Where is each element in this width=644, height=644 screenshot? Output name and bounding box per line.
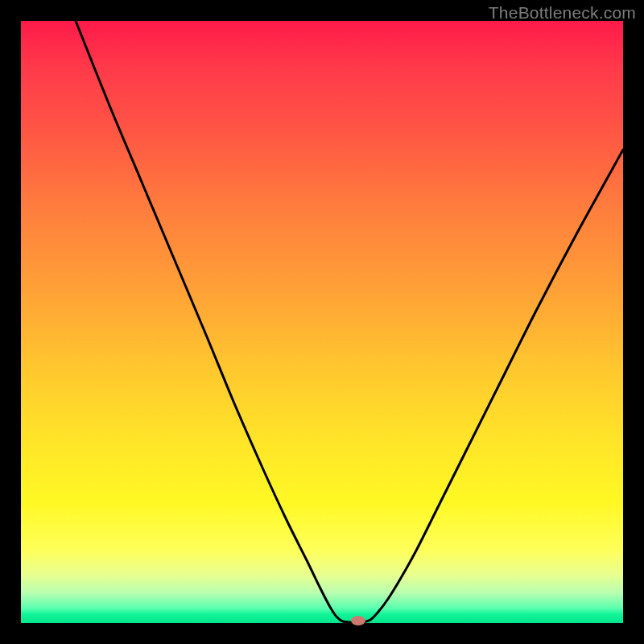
optimal-point-marker [351, 616, 365, 625]
curve-svg [21, 21, 623, 623]
plot-area [21, 21, 623, 623]
bottleneck-curve [76, 21, 623, 622]
watermark-text: TheBottleneck.com [489, 3, 636, 23]
chart-frame: TheBottleneck.com [0, 0, 644, 644]
